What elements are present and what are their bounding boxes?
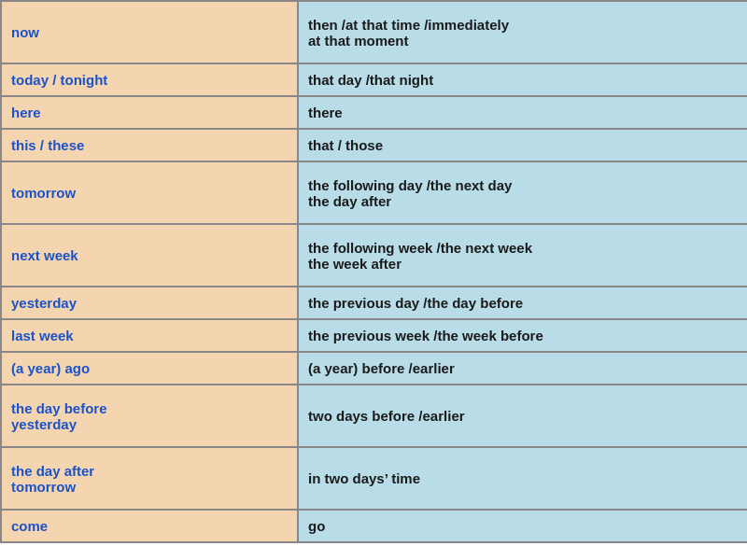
- row-now: nowthen /at that time /immediatelyat tha…: [1, 1, 747, 63]
- row-day-before: the day beforeyesterdaytwo days before /…: [1, 385, 747, 447]
- row-today: today / tonightthat day /that night: [1, 63, 747, 96]
- row-tomorrow: tomorrowthe following day /the next dayt…: [1, 161, 747, 224]
- row-day-after-left: the day aftertomorrow: [1, 447, 298, 510]
- row-now-left: now: [1, 1, 298, 63]
- row-yesterday-left: yesterday: [1, 287, 298, 319]
- row-this: this / thesethat / those: [1, 129, 747, 161]
- row-this-right: that / those: [298, 129, 747, 161]
- row-ago: (a year) ago(a year) before /earlier: [1, 352, 747, 385]
- row-tomorrow-right: the following day /the next daythe day a…: [298, 161, 747, 224]
- row-come: comego: [1, 510, 747, 542]
- row-last-week-right: the previous week /the week before: [298, 319, 747, 352]
- row-day-before-left: the day beforeyesterday: [1, 385, 298, 447]
- row-next-week-right: the following week /the next weekthe wee…: [298, 224, 747, 287]
- tense-table: nowthen /at that time /immediatelyat tha…: [0, 0, 747, 543]
- row-day-after: the day aftertomorrowin two days’ time: [1, 447, 747, 510]
- row-ago-left: (a year) ago: [1, 352, 298, 385]
- row-today-right: that day /that night: [298, 63, 747, 96]
- row-this-left: this / these: [1, 129, 298, 161]
- row-come-right: go: [298, 510, 747, 542]
- row-next-week-left: next week: [1, 224, 298, 287]
- row-day-after-right: in two days’ time: [298, 447, 747, 510]
- row-here: herethere: [1, 96, 747, 129]
- row-come-left: come: [1, 510, 298, 542]
- row-now-right: then /at that time /immediatelyat that m…: [298, 1, 747, 63]
- row-yesterday: yesterdaythe previous day /the day befor…: [1, 287, 747, 319]
- row-last-week: last weekthe previous week /the week bef…: [1, 319, 747, 352]
- row-day-before-right: two days before /earlier: [298, 385, 747, 447]
- row-tomorrow-left: tomorrow: [1, 161, 298, 224]
- row-next-week: next weekthe following week /the next we…: [1, 224, 747, 287]
- row-here-right: there: [298, 96, 747, 129]
- row-here-left: here: [1, 96, 298, 129]
- row-yesterday-right: the previous day /the day before: [298, 287, 747, 319]
- row-ago-right: (a year) before /earlier: [298, 352, 747, 385]
- row-last-week-left: last week: [1, 319, 298, 352]
- row-today-left: today / tonight: [1, 63, 298, 96]
